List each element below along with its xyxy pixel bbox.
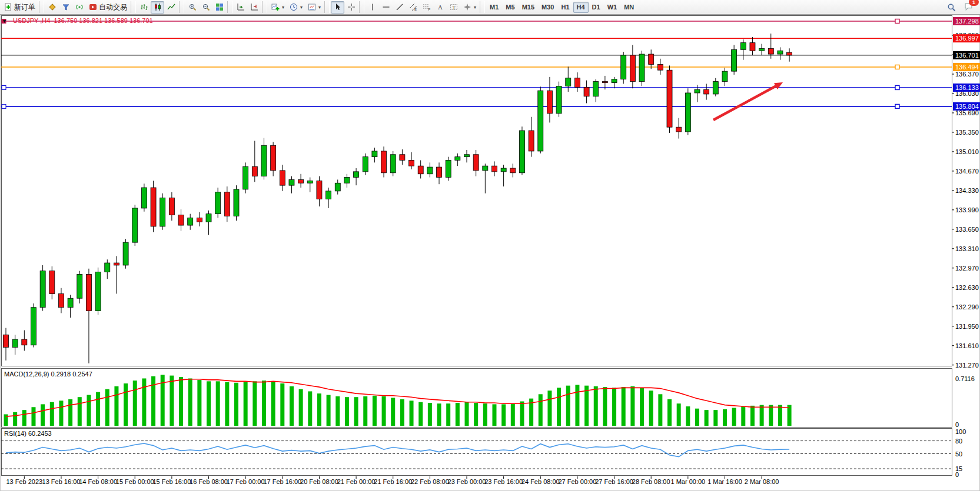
price-line-handle[interactable] xyxy=(895,85,899,89)
auto-trading-button[interactable]: 自动交易 xyxy=(86,1,129,14)
price-tick-label: 132.970 xyxy=(955,265,979,272)
search-button[interactable] xyxy=(945,1,958,14)
auto-trading-icon xyxy=(88,3,97,12)
macd-histogram-bar xyxy=(133,380,137,426)
indicators-icon xyxy=(271,3,280,12)
price-tick-label: 131.610 xyxy=(955,342,979,349)
zoom-out-button[interactable] xyxy=(199,1,212,14)
time-label: 21 Feb 00:00 xyxy=(337,478,376,485)
candle xyxy=(566,78,571,86)
trendline-button[interactable] xyxy=(393,1,406,14)
time-label: 1 Mar 16:00 xyxy=(707,478,742,485)
macd-histogram-bar xyxy=(78,397,82,426)
macd-histogram-bar xyxy=(22,410,26,426)
macd-histogram-bar xyxy=(686,406,690,426)
crosshair-button[interactable] xyxy=(344,1,358,14)
auto-scroll-button[interactable] xyxy=(234,1,247,14)
candle xyxy=(787,52,792,55)
timeframe-m15-button[interactable]: M15 xyxy=(519,2,538,13)
timeframe-mn-button[interactable]: MN xyxy=(620,2,637,13)
vertical-line-button[interactable] xyxy=(366,1,379,14)
price-line-handle[interactable] xyxy=(895,104,899,108)
macd-histogram-bar xyxy=(705,410,709,426)
candle xyxy=(418,166,423,174)
candlestick-chart-button[interactable] xyxy=(151,1,164,14)
candle xyxy=(676,127,682,132)
price-line-handle[interactable] xyxy=(2,85,6,89)
indicators-button[interactable]: ▾ xyxy=(268,1,287,14)
macd-histogram-bar xyxy=(382,396,386,426)
zoom-in-button[interactable] xyxy=(185,1,199,14)
favorites-button[interactable] xyxy=(45,1,59,14)
timeframe-m30-button[interactable]: M30 xyxy=(538,2,557,13)
candle xyxy=(390,155,396,173)
candle xyxy=(354,172,359,178)
tile-windows-icon xyxy=(215,3,224,12)
text-button[interactable]: A xyxy=(433,1,447,14)
time-label: 15 Feb 16:00 xyxy=(152,478,191,485)
timeframe-h4-button[interactable]: H4 xyxy=(573,2,589,13)
time-label: 17 Feb 16:00 xyxy=(263,478,301,485)
candle xyxy=(243,166,248,189)
candle xyxy=(519,131,524,173)
candle xyxy=(271,145,276,171)
candle xyxy=(31,308,36,345)
text-label-button[interactable]: T xyxy=(447,1,460,14)
profile-button[interactable] xyxy=(59,1,72,14)
horizontal-line-button[interactable] xyxy=(379,1,393,14)
candle xyxy=(197,218,202,222)
candle xyxy=(169,198,174,215)
macd-histogram-bar xyxy=(649,390,653,426)
fibonacci-button[interactable]: F xyxy=(420,1,433,14)
tile-windows-button[interactable] xyxy=(212,1,226,14)
timeframe-m1-button[interactable]: M1 xyxy=(486,2,502,13)
bar-chart-button[interactable] xyxy=(137,1,151,14)
channel-button[interactable]: E xyxy=(406,1,420,14)
timeframe-m5-button[interactable]: M5 xyxy=(502,2,518,13)
time-label: 21 Feb 16:00 xyxy=(374,478,412,485)
price-tick-label: 135.350 xyxy=(955,129,979,136)
chart-canvas[interactable]: 137.050136.710136.370136.030135.690135.3… xyxy=(0,15,980,494)
auto-trading-label: 自动交易 xyxy=(99,2,127,12)
price-tick-label: 134.670 xyxy=(955,168,979,175)
price-line-handle[interactable] xyxy=(895,65,899,69)
periods-clock-button[interactable]: ▾ xyxy=(287,1,305,14)
candle xyxy=(234,189,239,216)
macd-histogram-bar xyxy=(547,390,552,426)
signals-button[interactable] xyxy=(72,1,86,14)
timeframe-h1-button[interactable]: H1 xyxy=(557,2,573,13)
candle xyxy=(151,188,156,226)
chart-shift-button[interactable] xyxy=(247,1,261,14)
candle xyxy=(657,65,663,71)
time-label: 22 Feb 08:00 xyxy=(411,478,449,485)
templates-button[interactable]: ▾ xyxy=(305,1,323,14)
rsi-panel[interactable] xyxy=(2,429,952,476)
macd-histogram-bar xyxy=(373,396,377,426)
chevron-down-icon: ▾ xyxy=(474,5,476,10)
macd-histogram-bar xyxy=(142,378,146,426)
candle xyxy=(188,218,193,225)
price-line-handle[interactable] xyxy=(895,19,899,23)
candle xyxy=(381,151,387,173)
price-line-handle[interactable] xyxy=(2,19,6,23)
macd-histogram-bar xyxy=(723,409,727,426)
candle xyxy=(4,335,9,347)
candle xyxy=(178,215,184,225)
timeframe-d1-button[interactable]: D1 xyxy=(589,2,604,13)
arrows-button[interactable]: ▾ xyxy=(460,1,479,14)
macd-histogram-bar xyxy=(492,404,496,426)
text-icon: A xyxy=(436,3,444,12)
timeframe-w1-button[interactable]: W1 xyxy=(604,2,621,13)
line-chart-button[interactable] xyxy=(164,1,178,14)
macd-histogram-bar xyxy=(244,382,248,426)
chart-shift-icon xyxy=(250,3,258,12)
price-tick-label: 135.010 xyxy=(955,148,979,155)
cursor-button[interactable] xyxy=(331,1,344,14)
zoom-in-icon xyxy=(188,3,197,12)
macd-histogram-bar xyxy=(234,383,238,426)
price-line-handle[interactable] xyxy=(2,104,6,108)
candle xyxy=(529,131,534,151)
macd-histogram-bar xyxy=(262,380,266,426)
new-order-button[interactable]: 新订单 xyxy=(1,1,38,14)
candle xyxy=(261,145,267,176)
